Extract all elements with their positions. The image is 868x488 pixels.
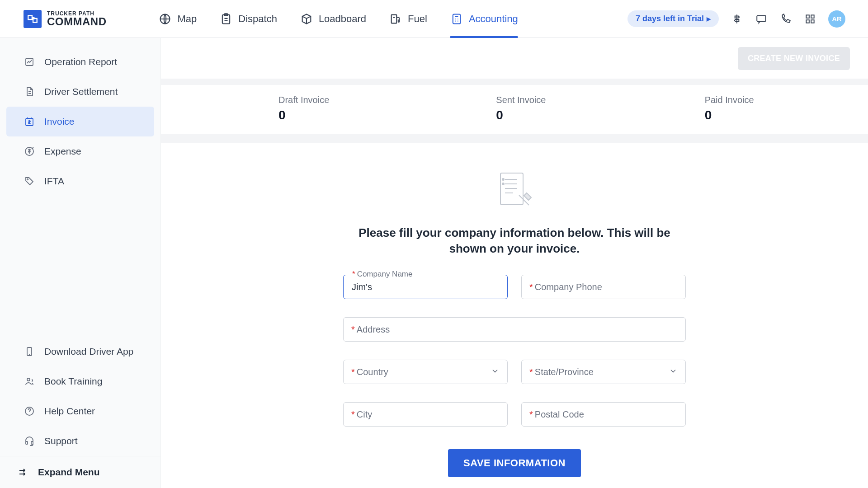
country-field-wrap: *Country	[343, 360, 508, 384]
company-info-form: Please fill your company information bel…	[161, 143, 868, 488]
user-group-icon	[24, 375, 35, 387]
signpost-icon[interactable]	[731, 13, 743, 25]
sidebar-item-label: Expand Menu	[38, 467, 100, 478]
stat-value: 0	[705, 108, 868, 122]
sidebar-item-label: Help Center	[44, 406, 95, 417]
divider	[161, 79, 868, 85]
sidebar-item-expense[interactable]: Expense	[6, 136, 154, 166]
chart-line-icon	[24, 56, 35, 68]
svg-rect-20	[31, 441, 33, 444]
trial-pill[interactable]: 7 days left in Trial ▶	[627, 10, 719, 27]
sidebar-item-label: Expense	[44, 146, 81, 157]
svg-point-23	[502, 183, 504, 185]
logo-mark-icon	[24, 10, 42, 28]
sidebar-item-help-center[interactable]: Help Center	[6, 396, 154, 426]
state-field-wrap: *State/Province	[521, 360, 686, 384]
phone-icon[interactable]	[779, 13, 792, 25]
divider	[161, 134, 868, 143]
svg-rect-9	[811, 15, 814, 18]
svg-point-17	[27, 378, 30, 381]
sidebar-item-label: Operation Report	[44, 56, 117, 67]
address-field-wrap: *Address	[343, 317, 686, 342]
package-icon	[300, 12, 313, 26]
company-name-label: *Company Name	[349, 270, 415, 279]
stat-value: 0	[278, 108, 442, 122]
sidebar-item-operation-report[interactable]: Operation Report	[6, 47, 154, 77]
invoice-dollar-icon	[24, 116, 35, 127]
svg-rect-19	[26, 441, 28, 444]
nav-label: Fuel	[408, 13, 427, 25]
calculator-icon	[450, 12, 463, 26]
sidebar-item-support[interactable]: Support	[6, 426, 154, 456]
top-nav: Map Dispatch Loadboard Fuel Accounting	[158, 0, 518, 38]
chat-icon[interactable]	[755, 13, 768, 25]
sidebar-item-book-training[interactable]: Book Training	[6, 366, 154, 396]
form-document-icon	[494, 170, 535, 213]
caret-right-icon: ▶	[707, 16, 711, 22]
headset-icon	[24, 435, 35, 447]
company-name-field-wrap: *Company Name	[343, 275, 508, 299]
nav-label: Dispatch	[238, 13, 277, 25]
nav-label: Map	[177, 13, 197, 25]
sidebar-item-label: Download Driver App	[44, 346, 133, 357]
sidebar-item-invoice[interactable]: Invoice	[6, 107, 154, 136]
form-heading: Please fill your company information bel…	[352, 225, 677, 257]
sidebar-item-label: Driver Settlement	[44, 86, 118, 97]
svg-rect-6	[453, 14, 460, 23]
svg-rect-10	[806, 20, 809, 23]
nav-loadboard[interactable]: Loadboard	[300, 0, 366, 38]
sidebar-item-download-app[interactable]: Download Driver App	[6, 337, 154, 366]
nav-dispatch[interactable]: Dispatch	[219, 0, 277, 38]
page-toolbar: CREATE NEW INVOICE	[161, 38, 868, 79]
dollar-cycle-icon	[24, 145, 35, 157]
logo-large-text: COMMAND	[47, 16, 106, 27]
grid-icon[interactable]	[804, 13, 816, 25]
stat-label: Sent Invoice	[496, 95, 659, 105]
stat-label: Paid Invoice	[705, 95, 868, 105]
clipboard-list-icon	[219, 12, 233, 26]
sidebar-item-driver-settlement[interactable]: Driver Settlement	[6, 77, 154, 107]
sidebar-item-ifta[interactable]: IFTA	[6, 166, 154, 196]
postal-input[interactable]	[521, 402, 686, 427]
main-content: CREATE NEW INVOICE Draft Invoice 0 Sent …	[161, 38, 868, 488]
fuel-pump-icon	[389, 12, 402, 26]
tag-icon	[24, 175, 35, 187]
logo[interactable]: TRUCKER PATH COMMAND	[24, 10, 106, 28]
globe-icon	[158, 12, 172, 26]
state-select[interactable]	[521, 360, 686, 384]
header-right: 7 days left in Trial ▶ AR	[627, 10, 845, 28]
invoice-stats: Draft Invoice 0 Sent Invoice 0 Paid Invo…	[161, 85, 868, 134]
svg-point-22	[502, 178, 504, 180]
svg-point-15	[27, 179, 28, 180]
stat-draft: Draft Invoice 0	[161, 95, 442, 122]
mobile-icon	[24, 346, 35, 357]
svg-rect-5	[392, 14, 397, 23]
company-phone-input[interactable]	[521, 275, 686, 299]
nav-accounting[interactable]: Accounting	[450, 0, 518, 38]
document-icon	[24, 86, 35, 98]
top-header: TRUCKER PATH COMMAND Map Dispatch Loadbo…	[0, 0, 868, 38]
svg-rect-0	[28, 15, 32, 19]
avatar[interactable]: AR	[828, 10, 845, 28]
sidebar-item-label: IFTA	[44, 176, 64, 187]
address-input[interactable]	[343, 317, 686, 342]
trial-text: 7 days left in Trial	[636, 14, 704, 23]
city-input[interactable]	[343, 402, 508, 427]
stat-label: Draft Invoice	[278, 95, 442, 105]
sidebar-item-label: Support	[44, 436, 78, 446]
stat-sent: Sent Invoice 0	[442, 95, 659, 122]
sidebar: Operation Report Driver Settlement Invoi…	[0, 38, 161, 488]
sidebar-expand-menu[interactable]: Expand Menu	[0, 456, 160, 488]
create-invoice-button[interactable]: CREATE NEW INVOICE	[738, 47, 850, 70]
logo-text: TRUCKER PATH COMMAND	[47, 11, 106, 27]
country-select[interactable]	[343, 360, 508, 384]
company-phone-field-wrap: *Company Phone	[521, 275, 686, 299]
nav-map[interactable]: Map	[158, 0, 197, 38]
sidebar-item-label: Book Training	[44, 376, 102, 387]
sidebar-item-label: Invoice	[44, 116, 75, 127]
nav-fuel[interactable]: Fuel	[389, 0, 427, 38]
nav-label: Loadboard	[319, 13, 366, 25]
save-information-button[interactable]: SAVE INFORMATION	[448, 449, 581, 477]
svg-rect-11	[811, 20, 814, 23]
stat-paid: Paid Invoice 0	[660, 95, 868, 122]
